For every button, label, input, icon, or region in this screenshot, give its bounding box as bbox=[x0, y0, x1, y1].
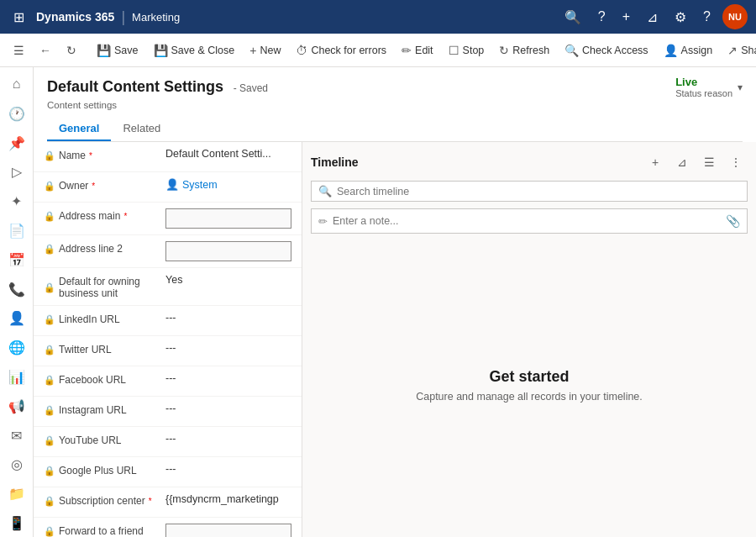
sidebar-item-campaigns[interactable]: 📢 bbox=[2, 392, 32, 420]
sidebar-item-docs[interactable]: 📄 bbox=[2, 217, 32, 245]
tab-related[interactable]: Related bbox=[111, 117, 172, 141]
help-icon[interactable]: ? bbox=[593, 6, 611, 28]
input-forward[interactable] bbox=[165, 524, 291, 537]
value-address-main bbox=[165, 208, 291, 229]
check-access-icon: 🔍 bbox=[564, 44, 579, 57]
sidebar-item-phone[interactable]: 📞 bbox=[2, 276, 32, 303]
back-button[interactable]: ← bbox=[33, 40, 58, 61]
sidebar-item-contacts[interactable]: 👤 bbox=[2, 305, 32, 333]
nav-divider: | bbox=[121, 8, 125, 26]
sidebar-item-globe[interactable]: 🌐 bbox=[2, 334, 32, 361]
field-row-default-owning: 🔒 Default for owning business unit Yes bbox=[34, 268, 302, 306]
label-address-line2: 🔒 Address line 2 bbox=[44, 241, 165, 255]
status-value: Live bbox=[675, 76, 732, 88]
new-button[interactable]: + New bbox=[243, 40, 287, 61]
back-icon: ← bbox=[39, 44, 51, 57]
value-owner[interactable]: 👤 System bbox=[165, 178, 218, 191]
lock-icon-owner: 🔒 bbox=[44, 181, 55, 192]
input-address-main[interactable] bbox=[165, 208, 291, 229]
timeline-search-input[interactable] bbox=[337, 186, 740, 197]
lock-icon-youtube: 🔒 bbox=[44, 435, 55, 446]
person-icon: 👤 bbox=[165, 178, 179, 191]
field-row-instagram: 🔒 Instagram URL --- bbox=[34, 397, 302, 427]
value-instagram: --- bbox=[165, 403, 291, 414]
value-forward bbox=[165, 524, 291, 537]
label-forward: 🔒 Forward to a friend bbox=[44, 524, 165, 537]
share-button[interactable]: ↗ Share bbox=[721, 40, 756, 61]
sidebar-item-segments[interactable]: ◎ bbox=[2, 451, 32, 479]
sidebar-item-mobile[interactable]: 📱 bbox=[2, 509, 32, 537]
lock-icon-instagram: 🔒 bbox=[44, 405, 55, 416]
command-bar: ☰ ← ↻ 💾 Save 💾 Save & Close + New ⏱ Chec… bbox=[0, 34, 756, 67]
new-record-icon[interactable]: + bbox=[617, 6, 635, 28]
attachment-icon[interactable]: 📎 bbox=[726, 214, 740, 228]
stop-button[interactable]: ☐ Stop bbox=[442, 40, 491, 61]
sidebar-item-reports[interactable]: 📊 bbox=[2, 363, 32, 391]
sidebar-item-recent[interactable]: 🕐 bbox=[2, 100, 32, 128]
field-row-address-main: 🔒 Address main * bbox=[34, 203, 302, 235]
sidebar-item-journeys[interactable]: ▷ bbox=[2, 158, 32, 186]
waffle-icon[interactable]: ⊞ bbox=[8, 6, 29, 29]
value-address-line2 bbox=[165, 241, 291, 261]
settings-icon[interactable]: ⚙ bbox=[669, 6, 691, 29]
timeline-empty-title: Get started bbox=[489, 368, 569, 386]
sidebar-item-email[interactable]: ✉ bbox=[2, 422, 32, 450]
menu-button[interactable]: ☰ bbox=[7, 40, 31, 61]
label-subscription: 🔒 Subscription center * bbox=[44, 493, 165, 507]
check-errors-button[interactable]: ⏱ Check for errors bbox=[289, 40, 393, 61]
new-icon: + bbox=[249, 44, 256, 57]
search-icon[interactable]: 🔍 bbox=[559, 6, 586, 29]
user-avatar[interactable]: NU bbox=[722, 4, 748, 29]
app-module: Marketing bbox=[132, 11, 180, 24]
lock-icon-facebook: 🔒 bbox=[44, 375, 55, 386]
refresh-button[interactable]: ↻ Refresh bbox=[492, 40, 556, 61]
save-close-button[interactable]: 💾 Save & Close bbox=[147, 40, 242, 61]
value-linkedin: --- bbox=[165, 312, 291, 324]
status-section[interactable]: Live Status reason ▾ bbox=[675, 76, 743, 98]
field-row-linkedin: 🔒 LinkedIn URL --- bbox=[34, 306, 302, 336]
refresh-page-button[interactable]: ↻ bbox=[60, 40, 83, 61]
value-name: Default Content Setti... bbox=[165, 148, 291, 160]
edit-button[interactable]: ✏ Edit bbox=[395, 40, 440, 61]
stop-icon: ☐ bbox=[449, 44, 459, 57]
value-twitter: --- bbox=[165, 342, 291, 354]
tab-general[interactable]: General bbox=[47, 117, 111, 141]
field-row-youtube: 🔒 YouTube URL --- bbox=[34, 427, 302, 457]
value-youtube: --- bbox=[165, 433, 291, 445]
pencil-icon: ✏ bbox=[318, 215, 328, 228]
sidebar-item-files[interactable]: 📁 bbox=[2, 480, 32, 508]
sidebar-item-pinned[interactable]: 📌 bbox=[2, 129, 32, 157]
tab-bar: General Related bbox=[47, 117, 743, 142]
field-row-twitter: 🔒 Twitter URL --- bbox=[34, 336, 302, 366]
required-name: * bbox=[89, 151, 92, 161]
lock-icon-linkedin: 🔒 bbox=[44, 314, 55, 325]
input-address-line2[interactable] bbox=[165, 241, 291, 261]
sidebar-item-marketing[interactable]: ✦ bbox=[2, 187, 32, 215]
label-owner: 🔒 Owner * bbox=[44, 178, 165, 192]
assign-button[interactable]: 👤 Assign bbox=[657, 40, 720, 61]
timeline-view-icon[interactable]: ☰ bbox=[697, 150, 721, 174]
lock-icon-default-owning: 🔒 bbox=[44, 282, 55, 293]
timeline-add-icon[interactable]: + bbox=[643, 150, 667, 174]
timeline-filter-icon[interactable]: ⊿ bbox=[670, 150, 694, 174]
timeline-more-icon[interactable]: ⋮ bbox=[724, 150, 748, 174]
lock-icon-addr-main: 🔒 bbox=[44, 211, 55, 222]
check-errors-icon: ⏱ bbox=[296, 44, 307, 57]
field-row-owner: 🔒 Owner * 👤 System bbox=[34, 172, 302, 203]
sidebar-nav: ⌂ 🕐 📌 ▷ ✦ 📄 📅 📞 👤 🌐 📊 📢 ✉ ◎ 📁 📱 bbox=[0, 67, 34, 537]
note-input[interactable] bbox=[333, 215, 721, 227]
field-row-address-line2: 🔒 Address line 2 bbox=[34, 235, 302, 268]
save-button[interactable]: 💾 Save bbox=[90, 40, 145, 61]
sidebar-item-calendar[interactable]: 📅 bbox=[2, 246, 32, 274]
question-icon[interactable]: ? bbox=[698, 6, 716, 28]
field-row-facebook: 🔒 Facebook URL --- bbox=[34, 366, 302, 397]
sidebar-item-home[interactable]: ⌂ bbox=[2, 71, 32, 98]
edit-icon: ✏ bbox=[402, 44, 412, 57]
required-addr-main: * bbox=[123, 212, 127, 221]
top-nav-bar: ⊞ Dynamics 365 | Marketing 🔍 ? + ⊿ ⚙ ? N… bbox=[0, 0, 756, 34]
label-linkedin: 🔒 LinkedIn URL bbox=[44, 312, 165, 325]
hamburger-icon: ☰ bbox=[13, 44, 24, 57]
filter-icon[interactable]: ⊿ bbox=[642, 6, 663, 29]
check-access-button[interactable]: 🔍 Check Access bbox=[558, 40, 655, 61]
title-area: Default Content Settings - Saved bbox=[47, 78, 268, 96]
